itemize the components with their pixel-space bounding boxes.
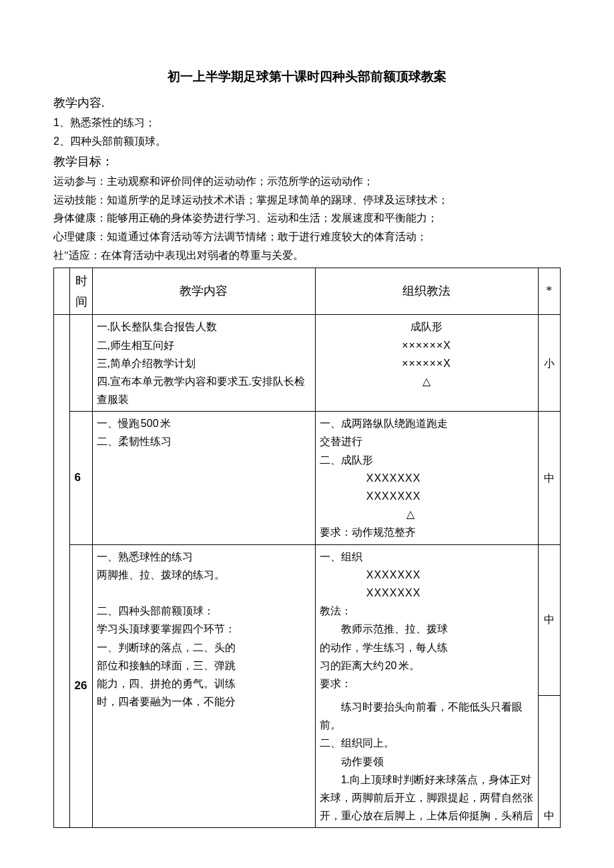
table-header-row: 时间 教学内容 组织教法 *	[54, 268, 561, 315]
content-item-1: 1、熟悉茶性的练习；	[53, 114, 561, 131]
method-cell: 练习时要抬头向前看，不能低头只看眼前。 二、组织同上。 动作要领 1.向上顶球时…	[315, 695, 538, 828]
time-cell: 6	[70, 412, 92, 544]
content-line	[97, 584, 311, 602]
method-cell: 一、成两路纵队绕跑道跑走 交替进行 二、成队形 XXXXXXX XXXXXXX …	[315, 412, 538, 544]
content-item-2: 2、四种头部前额顶球。	[53, 133, 561, 150]
formation-line: ××××××X	[320, 336, 534, 354]
phase-cell	[54, 315, 70, 828]
content-line: 二、四种头部前额顶球：	[97, 602, 311, 620]
method-line: 习的距离大约20米。	[320, 657, 534, 675]
formation-line: XXXXXXX	[320, 469, 534, 487]
goal-line: 身体健康：能够用正确的身体姿势进行学习、运动和生活；发展速度和平衡能力；	[53, 209, 561, 227]
method-line: 的动作，学生练习，每人练	[320, 638, 534, 657]
header-star: *	[538, 268, 560, 315]
formation-line: XXXXXXX	[320, 566, 534, 584]
table-row: 一.队长整队集合报告人数 二,师生相互问好 三,简单介绍教学计划 四.宣布本单元…	[54, 315, 561, 412]
intensity-cell: 中	[538, 544, 560, 695]
table-row: 6 一、慢跑500米 二、柔韧性练习 一、成两路纵队绕跑道跑走 交替进行 二、成…	[54, 412, 561, 544]
text-span: 米	[160, 418, 171, 429]
method-line: 教师示范推、拉、拨球	[320, 620, 534, 638]
item-number: 2	[53, 135, 59, 147]
method-line: 动作要领	[320, 753, 534, 771]
content-line: 时，四者要融为一体，不能分	[97, 693, 311, 711]
intensity-cell: 中	[538, 412, 560, 544]
text-span: 一、慢跑	[97, 418, 139, 429]
method-cell: 成队形 ××××××X ××××××X △	[315, 315, 538, 412]
content-line: 一、判断球的落点，二、头的	[97, 638, 311, 657]
time-cell: 26	[70, 544, 92, 828]
triangle-icon: △	[320, 372, 534, 390]
content-line: 一、熟悉球性的练习	[97, 548, 311, 566]
content-line: 二、柔韧性练习	[97, 432, 311, 450]
triangle-icon: △	[320, 505, 534, 523]
method-line: 一、成两路纵队绕跑道跑走	[320, 414, 534, 432]
method-line: 交替进行	[320, 432, 534, 450]
goal-line: 心理健康：知道通过体育活动等方法调节情绪；敢于进行难度较大的体育活动；	[53, 228, 561, 246]
lesson-table: 时间 教学内容 组织教法 * 一.队长整队集合报告人数 二,师生相互问好 三,简…	[53, 268, 561, 828]
method-line: 教法：	[320, 602, 534, 620]
number-span: 20	[384, 660, 398, 671]
content-line: 部位和接触的球面，三、弹跳	[97, 657, 311, 675]
method-cell: 一、组织 XXXXXXX XXXXXXX 教法： 教师示范推、拉、拨球 的动作，…	[315, 544, 538, 695]
content-line: 能力，四、拼抢的勇气。训练	[97, 675, 311, 693]
method-line: 二、组织同上。	[320, 734, 534, 752]
method-line: 二、成队形	[320, 451, 534, 469]
header-method: 组织教法	[315, 268, 538, 315]
text-span: 米。	[398, 660, 420, 671]
method-line: 要求：	[320, 675, 534, 693]
text-span: 习的距离大约	[320, 660, 384, 671]
method-line: 练习时要抬头向前看，不能低头只看眼前。	[320, 698, 534, 734]
formation-line: ××××××X	[320, 354, 534, 372]
content-cell: 一.队长整队集合报告人数 二,师生相互问好 三,简单介绍教学计划 四.宣布本单元…	[92, 315, 315, 412]
item-text: 、四种头部前额顶球。	[59, 135, 166, 147]
intensity-cell: 中	[538, 695, 560, 828]
formation-line: XXXXXXX	[320, 487, 534, 505]
header-time: 时间	[70, 268, 92, 315]
method-line: 1.向上顶球时判断好来球落点，身体正对来球，两脚前后开立，脚跟提起，两臂自然张开…	[320, 771, 534, 825]
content-line: 一、慢跑500米	[97, 414, 311, 432]
content-cell: 一、熟悉球性的练习 两脚推、拉、拨球的练习。 二、四种头部前额顶球： 学习头顶球…	[92, 544, 315, 828]
text-span: .向上顶球时判断好来球落点，身体正对来球，两脚前后开立，脚跟提起，两臂自然张开，…	[320, 774, 533, 821]
content-line: 学习头顶球要掌握四个环节：	[97, 620, 311, 638]
content-cell: 一、慢跑500米 二、柔韧性练习	[92, 412, 315, 544]
goal-line: 运动技能：知道所学的足球运动技术术语；掌握足球简单的踢球、停球及运球技术；	[53, 191, 561, 209]
method-line: 要求：动作规范整齐	[320, 523, 534, 541]
goal-line: 运动参与：主动观察和评价同伴的运动动作；示范所学的运动动作；	[53, 173, 561, 190]
heading-goals: 教学目标：	[53, 152, 561, 171]
goal-line: 社"适应：在体育活动中表现出对弱者的尊重与关爱。	[53, 247, 561, 264]
content-line: 两脚推、拉、拨球的练习。	[97, 566, 311, 584]
formation-title: 成队形	[320, 318, 534, 336]
item-text: 、熟悉茶性的练习；	[59, 117, 156, 128]
header-blank	[54, 268, 70, 315]
formation-line: XXXXXXX	[320, 584, 534, 602]
number-span: 500	[139, 418, 160, 429]
heading-content: 教学内容.	[53, 93, 561, 113]
item-number: 1	[53, 117, 59, 128]
header-content: 教学内容	[92, 268, 315, 315]
number-span: 1	[320, 774, 347, 785]
method-line: 一、组织	[320, 548, 534, 566]
page-title: 初一上半学期足球第十课时四种头部前额顶球教案	[53, 67, 561, 87]
time-cell	[70, 315, 92, 412]
intensity-cell: 小	[538, 315, 560, 412]
table-row: 26 一、熟悉球性的练习 两脚推、拉、拨球的练习。 二、四种头部前额顶球： 学习…	[54, 544, 561, 695]
